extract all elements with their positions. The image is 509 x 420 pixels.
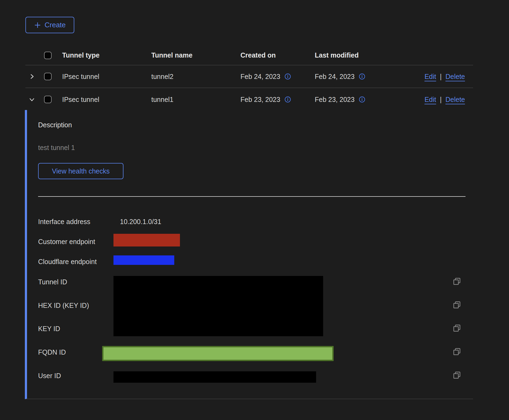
copy-icon[interactable] xyxy=(453,371,461,379)
collapse-row-button[interactable] xyxy=(25,96,38,103)
copy-icon[interactable] xyxy=(453,324,461,332)
delete-link[interactable]: Delete xyxy=(446,73,465,81)
interface-address-value: 10.200.1.0/31 xyxy=(120,218,161,226)
fqdn-id-redaction xyxy=(102,346,334,361)
created-on-cell: Feb 24, 2023 xyxy=(240,73,280,81)
info-icon[interactable] xyxy=(284,73,291,80)
plus-icon xyxy=(34,22,41,29)
key-id-label: KEY ID xyxy=(38,325,60,333)
tunnel-name-cell: tunnel2 xyxy=(147,73,236,81)
user-id-redaction xyxy=(113,371,316,383)
expand-row-button[interactable] xyxy=(25,73,38,80)
row-checkbox[interactable] xyxy=(44,96,52,103)
tunnel-row-tunnel2: IPsec tunnel tunnel2 Feb 24, 2023 Feb 24… xyxy=(25,65,473,88)
info-icon[interactable] xyxy=(284,96,291,103)
last-modified-cell: Feb 24, 2023 xyxy=(315,73,354,81)
create-button[interactable]: Create xyxy=(25,17,74,33)
info-icon[interactable] xyxy=(359,73,365,80)
copy-icon[interactable] xyxy=(453,277,461,285)
tunnel-detail-panel: Description test tunnel 1 View health ch… xyxy=(25,110,473,399)
view-health-checks-button[interactable]: View health checks xyxy=(38,163,123,179)
info-icon[interactable] xyxy=(359,96,365,103)
row-checkbox[interactable] xyxy=(44,73,52,80)
create-button-label: Create xyxy=(45,21,66,29)
section-divider xyxy=(38,196,466,197)
tunnels-table: Tunnel type Tunnel name Created on Last … xyxy=(25,46,473,111)
edit-link[interactable]: Edit xyxy=(424,73,436,81)
tunnel-row-tunnel1: IPsec tunnel tunnel1 Feb 23, 2023 Feb 23… xyxy=(25,88,473,111)
column-header-created-on: Created on xyxy=(236,51,311,59)
table-header-row: Tunnel type Tunnel name Created on Last … xyxy=(25,46,473,65)
cloudflare-endpoint-label: Cloudflare endpoint xyxy=(38,258,97,266)
description-label: Description xyxy=(38,121,72,129)
cloudflare-endpoint-redaction xyxy=(113,255,174,265)
hex-id-label: HEX ID (KEY ID) xyxy=(38,301,89,309)
description-value: test tunnel 1 xyxy=(38,144,75,152)
chevron-right-icon xyxy=(29,73,35,80)
interface-address-label: Interface address xyxy=(38,218,90,226)
last-modified-cell: Feb 23, 2023 xyxy=(315,96,354,104)
user-id-label: User ID xyxy=(38,372,61,380)
tunnels-page: Create Tunnel type Tunnel name Created o… xyxy=(0,0,509,420)
customer-endpoint-label: Customer endpoint xyxy=(38,238,95,246)
customer-endpoint-redaction xyxy=(113,234,180,246)
ids-redaction-block xyxy=(113,276,323,336)
select-all-checkbox[interactable] xyxy=(44,52,52,59)
link-separator: | xyxy=(440,96,442,104)
delete-link[interactable]: Delete xyxy=(446,96,465,104)
tunnel-id-label: Tunnel ID xyxy=(38,278,67,286)
column-header-last-modified: Last modified xyxy=(311,51,386,59)
tunnel-name-cell: tunnel1 xyxy=(147,96,236,104)
column-header-tunnel-type: Tunnel type xyxy=(58,51,147,59)
tunnel-type-cell: IPsec tunnel xyxy=(58,73,147,81)
link-separator: | xyxy=(440,73,442,81)
tunnel-type-cell: IPsec tunnel xyxy=(58,96,147,104)
chevron-down-icon xyxy=(29,96,35,103)
copy-icon[interactable] xyxy=(453,348,461,356)
created-on-cell: Feb 23, 2023 xyxy=(240,96,280,104)
copy-icon[interactable] xyxy=(453,301,461,309)
fqdn-id-label: FQDN ID xyxy=(38,348,66,356)
edit-link[interactable]: Edit xyxy=(424,96,436,104)
column-header-tunnel-name: Tunnel name xyxy=(147,51,236,59)
